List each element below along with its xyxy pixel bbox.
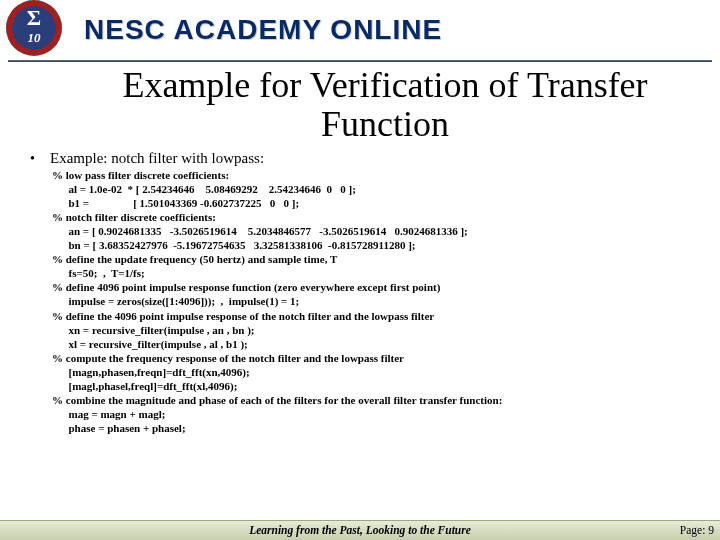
code-line: b1 = [ 1.501043369 -0.602737225 0 0 ]; (52, 196, 706, 210)
example-label: Example: notch filter with lowpass: (50, 150, 264, 168)
code-line: % define the 4096 point impulse response… (52, 309, 706, 323)
code-line: phase = phasen + phasel; (52, 421, 706, 435)
logo-badge: Σ 10 (6, 0, 62, 56)
slide-title: Example for Verification of Transfer Fun… (90, 66, 680, 144)
footer-tagline: Learning from the Past, Looking to the F… (0, 520, 720, 540)
code-line: mag = magn + magl; (52, 407, 706, 421)
logo-ten: 10 (28, 30, 41, 46)
code-line: % notch filter discrete coefficients: (52, 210, 706, 224)
code-line: [magn,phasen,freqn]=dft_fft(xn,4096); (52, 365, 706, 379)
code-line: xl = recursive_filter(impulse , al , b1 … (52, 337, 706, 351)
code-line: % compute the frequency response of the … (52, 351, 706, 365)
header: Σ 10 NESC ACADEMY ONLINE (0, 0, 720, 60)
code-line: [magl,phasel,freql]=dft_fft(xl,4096); (52, 379, 706, 393)
code-line: impulse = zeros(size([1:4096])); , impul… (52, 294, 706, 308)
nesc-logo: Σ 10 (6, 0, 66, 60)
code-line: bn = [ 3.68352427976 -5.19672754635 3.32… (52, 238, 706, 252)
bullet-icon: • (30, 150, 50, 168)
code-line: % low pass filter discrete coefficients: (52, 168, 706, 182)
code-line: % combine the magnitude and phase of eac… (52, 393, 706, 407)
brand-title: NESC ACADEMY ONLINE (84, 14, 442, 46)
sigma-icon: Σ (27, 5, 41, 31)
slide-content: • Example: notch filter with lowpass: % … (30, 150, 706, 435)
code-line: fs=50; , T=1/fs; (52, 266, 706, 280)
code-line: % define the update frequency (50 hertz)… (52, 252, 706, 266)
code-block: % low pass filter discrete coefficients:… (52, 168, 706, 435)
code-line: xn = recursive_filter(impulse , an , bn … (52, 323, 706, 337)
code-line: % define 4096 point impulse response fun… (52, 280, 706, 294)
code-line: al = 1.0e-02 * [ 2.54234646 5.08469292 2… (52, 182, 706, 196)
page-number: Page: 9 (680, 520, 714, 540)
code-line: an = [ 0.9024681335 -3.5026519614 5.2034… (52, 224, 706, 238)
footer: Learning from the Past, Looking to the F… (0, 520, 720, 540)
bullet-row: • Example: notch filter with lowpass: (30, 150, 706, 168)
header-divider (8, 60, 712, 62)
